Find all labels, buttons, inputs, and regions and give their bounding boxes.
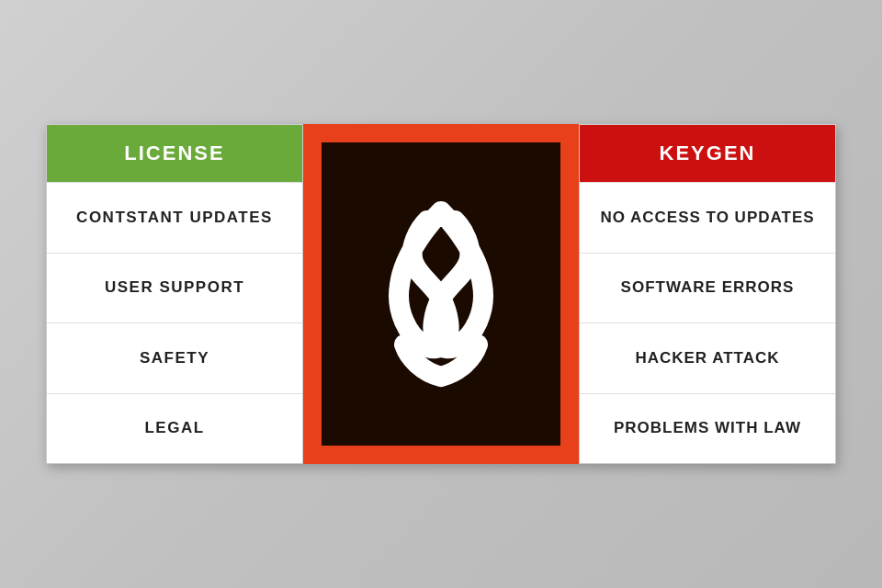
- license-column: LICENSE CONTSTANT UPDATES USER SUPPORT S…: [46, 124, 303, 464]
- license-header: LICENSE: [47, 125, 302, 182]
- license-item-1: CONTSTANT UPDATES: [47, 182, 302, 253]
- keygen-item-1: NO ACCESS TO UPDATES: [580, 182, 835, 253]
- keygen-item-4: PROBLEMS WITH LAW: [580, 393, 835, 464]
- adobe-icon-box: [322, 142, 560, 446]
- license-item-2: USER SUPPORT: [47, 253, 302, 323]
- license-item-4: LEGAL: [47, 393, 302, 464]
- keygen-item-2: SOFTWARE ERRORS: [580, 253, 835, 323]
- keygen-header: KEYGEN: [580, 125, 835, 182]
- adobe-logo-icon: [358, 193, 524, 395]
- main-container: LICENSE CONTSTANT UPDATES USER SUPPORT S…: [46, 124, 836, 464]
- keygen-item-3: HACKER ATTACK: [580, 322, 835, 393]
- adobe-column: [303, 124, 579, 464]
- keygen-column: KEYGEN NO ACCESS TO UPDATES SOFTWARE ERR…: [579, 124, 836, 464]
- license-item-3: SAFETY: [47, 322, 302, 393]
